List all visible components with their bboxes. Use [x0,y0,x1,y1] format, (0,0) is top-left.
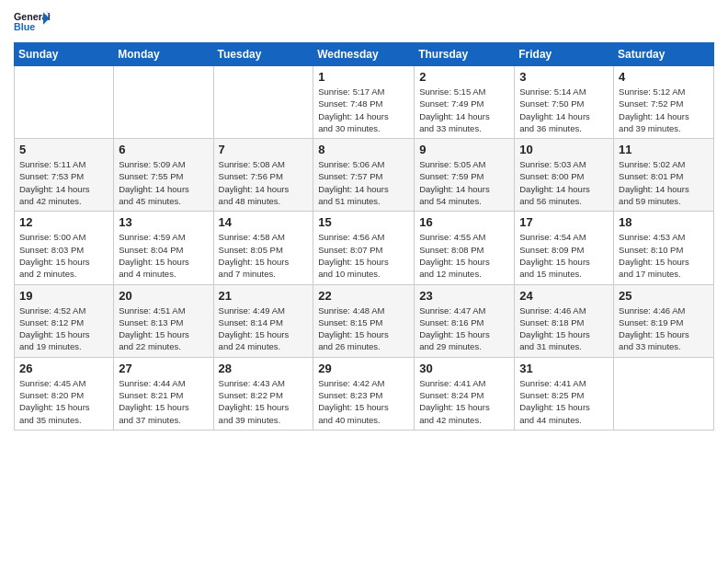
day-info: Sunrise: 4:51 AM Sunset: 8:13 PM Dayligh… [119,304,208,353]
calendar-cell: 4Sunrise: 5:12 AM Sunset: 7:52 PM Daylig… [614,66,714,139]
day-info: Sunrise: 5:12 AM Sunset: 7:52 PM Dayligh… [619,86,709,134]
calendar-cell: 17Sunrise: 4:54 AM Sunset: 8:09 PM Dayli… [515,212,614,284]
calendar-cell: 25Sunrise: 4:46 AM Sunset: 8:19 PM Dayli… [614,284,714,357]
weekday-header-friday: Friday [515,43,614,66]
day-number: 18 [619,215,709,229]
calendar-cell: 26Sunrise: 4:45 AM Sunset: 8:20 PM Dayli… [15,357,114,430]
week-row-1: 1Sunrise: 5:17 AM Sunset: 7:48 PM Daylig… [15,66,714,139]
day-info: Sunrise: 5:17 AM Sunset: 7:48 PM Dayligh… [318,86,409,134]
day-number: 15 [318,215,409,229]
day-number: 4 [619,70,709,84]
day-number: 1 [318,70,409,84]
weekday-header-saturday: Saturday [614,43,714,66]
day-info: Sunrise: 4:49 AM Sunset: 8:14 PM Dayligh… [219,304,309,353]
calendar-cell: 9Sunrise: 5:05 AM Sunset: 7:59 PM Daylig… [415,139,515,212]
calendar-cell: 22Sunrise: 4:48 AM Sunset: 8:15 PM Dayli… [313,284,415,357]
day-number: 21 [219,289,309,303]
day-info: Sunrise: 4:46 AM Sunset: 8:18 PM Dayligh… [519,304,609,353]
day-info: Sunrise: 4:59 AM Sunset: 8:04 PM Dayligh… [119,231,208,280]
calendar-cell: 14Sunrise: 4:58 AM Sunset: 8:05 PM Dayli… [213,212,313,284]
day-info: Sunrise: 4:53 AM Sunset: 8:10 PM Dayligh… [619,231,709,280]
calendar-cell: 8Sunrise: 5:06 AM Sunset: 7:57 PM Daylig… [313,139,415,212]
day-info: Sunrise: 4:43 AM Sunset: 8:22 PM Dayligh… [219,377,309,426]
day-info: Sunrise: 4:47 AM Sunset: 8:16 PM Dayligh… [419,304,509,353]
calendar-cell: 15Sunrise: 4:56 AM Sunset: 8:07 PM Dayli… [313,212,415,284]
day-info: Sunrise: 4:41 AM Sunset: 8:24 PM Dayligh… [419,377,509,426]
week-row-2: 5Sunrise: 5:11 AM Sunset: 7:53 PM Daylig… [15,139,714,212]
day-number: 22 [318,289,409,303]
day-number: 29 [318,362,409,375]
day-number: 30 [419,362,509,375]
day-number: 3 [519,70,609,84]
calendar-cell: 6Sunrise: 5:09 AM Sunset: 7:55 PM Daylig… [114,139,213,212]
weekday-header-wednesday: Wednesday [313,43,415,66]
calendar-cell: 13Sunrise: 4:59 AM Sunset: 8:04 PM Dayli… [114,212,213,284]
calendar-table: SundayMondayTuesdayWednesdayThursdayFrid… [14,42,714,431]
calendar-cell: 11Sunrise: 5:02 AM Sunset: 8:01 PM Dayli… [614,139,714,212]
calendar-cell: 12Sunrise: 5:00 AM Sunset: 8:03 PM Dayli… [15,212,114,284]
week-row-5: 26Sunrise: 4:45 AM Sunset: 8:20 PM Dayli… [15,357,714,430]
calendar-cell: 29Sunrise: 4:42 AM Sunset: 8:23 PM Dayli… [313,357,415,430]
weekday-header-sunday: Sunday [15,43,114,66]
week-row-3: 12Sunrise: 5:00 AM Sunset: 8:03 PM Dayli… [15,212,714,284]
day-number: 20 [119,289,208,303]
day-info: Sunrise: 5:15 AM Sunset: 7:49 PM Dayligh… [419,86,509,134]
day-info: Sunrise: 5:00 AM Sunset: 8:03 PM Dayligh… [19,231,108,280]
calendar-cell: 5Sunrise: 5:11 AM Sunset: 7:53 PM Daylig… [15,139,114,212]
calendar-cell: 19Sunrise: 4:52 AM Sunset: 8:12 PM Dayli… [15,284,114,357]
day-number: 26 [19,362,108,375]
day-number: 8 [318,143,409,156]
day-info: Sunrise: 4:56 AM Sunset: 8:07 PM Dayligh… [318,231,409,280]
day-info: Sunrise: 4:55 AM Sunset: 8:08 PM Dayligh… [419,231,509,280]
day-number: 24 [519,289,609,303]
calendar-cell: 10Sunrise: 5:03 AM Sunset: 8:00 PM Dayli… [515,139,614,212]
day-info: Sunrise: 4:48 AM Sunset: 8:15 PM Dayligh… [318,304,409,353]
day-info: Sunrise: 5:11 AM Sunset: 7:53 PM Dayligh… [19,158,108,207]
day-info: Sunrise: 5:02 AM Sunset: 8:01 PM Dayligh… [619,158,709,207]
day-info: Sunrise: 5:09 AM Sunset: 7:55 PM Dayligh… [119,158,208,207]
calendar-cell [15,66,114,139]
calendar-cell: 7Sunrise: 5:08 AM Sunset: 7:56 PM Daylig… [213,139,313,212]
day-number: 17 [519,215,609,229]
day-number: 14 [219,215,309,229]
day-info: Sunrise: 5:14 AM Sunset: 7:50 PM Dayligh… [519,86,609,134]
day-info: Sunrise: 4:46 AM Sunset: 8:19 PM Dayligh… [619,304,709,353]
day-number: 12 [19,215,108,229]
calendar-cell: 1Sunrise: 5:17 AM Sunset: 7:48 PM Daylig… [313,66,415,139]
day-info: Sunrise: 4:41 AM Sunset: 8:25 PM Dayligh… [519,377,609,426]
svg-text:Blue: Blue [14,21,35,32]
logo: General Blue [14,9,51,37]
day-info: Sunrise: 4:44 AM Sunset: 8:21 PM Dayligh… [119,377,208,426]
day-info: Sunrise: 4:45 AM Sunset: 8:20 PM Dayligh… [19,377,108,426]
calendar-cell: 21Sunrise: 4:49 AM Sunset: 8:14 PM Dayli… [213,284,313,357]
calendar-cell: 31Sunrise: 4:41 AM Sunset: 8:25 PM Dayli… [515,357,614,430]
day-info: Sunrise: 5:03 AM Sunset: 8:00 PM Dayligh… [519,158,609,207]
calendar-cell: 3Sunrise: 5:14 AM Sunset: 7:50 PM Daylig… [515,66,614,139]
day-number: 7 [219,143,309,156]
calendar-cell: 24Sunrise: 4:46 AM Sunset: 8:18 PM Dayli… [515,284,614,357]
calendar-cell: 20Sunrise: 4:51 AM Sunset: 8:13 PM Dayli… [114,284,213,357]
day-number: 10 [519,143,609,156]
calendar-cell: 2Sunrise: 5:15 AM Sunset: 7:49 PM Daylig… [415,66,515,139]
day-number: 31 [519,362,609,375]
page-header: General Blue [14,9,714,37]
day-number: 5 [19,143,108,156]
weekday-header-tuesday: Tuesday [213,43,313,66]
day-number: 25 [619,289,709,303]
day-info: Sunrise: 5:06 AM Sunset: 7:57 PM Dayligh… [318,158,409,207]
logo-icon: General Blue [14,9,51,37]
day-number: 13 [119,215,208,229]
day-number: 11 [619,143,709,156]
day-number: 2 [419,70,509,84]
weekday-header-thursday: Thursday [415,43,515,66]
day-number: 19 [19,289,108,303]
day-number: 27 [119,362,208,375]
calendar-cell: 23Sunrise: 4:47 AM Sunset: 8:16 PM Dayli… [415,284,515,357]
day-info: Sunrise: 5:08 AM Sunset: 7:56 PM Dayligh… [219,158,309,207]
day-number: 6 [119,143,208,156]
calendar-cell: 28Sunrise: 4:43 AM Sunset: 8:22 PM Dayli… [213,357,313,430]
day-number: 9 [419,143,509,156]
calendar-cell: 30Sunrise: 4:41 AM Sunset: 8:24 PM Dayli… [415,357,515,430]
calendar-cell [614,357,714,430]
day-info: Sunrise: 5:05 AM Sunset: 7:59 PM Dayligh… [419,158,509,207]
